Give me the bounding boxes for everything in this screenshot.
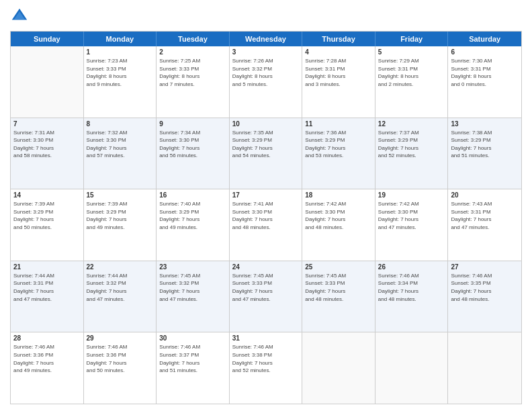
day-number: 15 [87, 191, 154, 199]
cal-cell-r4-c6 [448, 332, 521, 404]
calendar: SundayMondayTuesdayWednesdayThursdayFrid… [10, 31, 522, 404]
weekday-header-thursday: Thursday [302, 32, 375, 46]
day-number: 10 [232, 120, 300, 128]
cell-info: Sunrise: 7:42 AMSunset: 3:30 PMDaylight:… [305, 200, 372, 231]
calendar-row-4: 28Sunrise: 7:46 AMSunset: 3:36 PMDayligh… [11, 332, 521, 404]
cell-info: Sunrise: 7:26 AMSunset: 3:32 PMDaylight:… [232, 57, 300, 88]
cal-cell-r2-c6: 20Sunrise: 7:43 AMSunset: 3:31 PMDayligh… [448, 189, 521, 261]
cal-cell-r0-c1: 1Sunrise: 7:23 AMSunset: 3:33 PMDaylight… [84, 46, 157, 118]
day-number: 14 [13, 191, 81, 199]
weekday-header-saturday: Saturday [448, 32, 521, 46]
cal-cell-r1-c3: 10Sunrise: 7:35 AMSunset: 3:29 PMDayligh… [230, 118, 303, 189]
day-number: 18 [305, 191, 372, 199]
weekday-header-tuesday: Tuesday [157, 32, 230, 46]
cal-cell-r1-c5: 12Sunrise: 7:37 AMSunset: 3:29 PMDayligh… [375, 118, 449, 189]
day-number: 24 [232, 263, 300, 271]
day-number: 16 [159, 191, 226, 199]
cell-info: Sunrise: 7:45 AMSunset: 3:33 PMDaylight:… [305, 272, 372, 303]
cell-info: Sunrise: 7:44 AMSunset: 3:32 PMDaylight:… [87, 272, 154, 303]
day-number: 25 [305, 263, 372, 271]
cell-info: Sunrise: 7:29 AMSunset: 3:31 PMDaylight:… [378, 57, 445, 88]
cal-cell-r3-c3: 24Sunrise: 7:45 AMSunset: 3:33 PMDayligh… [230, 261, 303, 332]
cell-info: Sunrise: 7:36 AMSunset: 3:29 PMDaylight:… [305, 129, 372, 160]
calendar-row-1: 7Sunrise: 7:31 AMSunset: 3:30 PMDaylight… [11, 118, 521, 190]
day-number: 5 [378, 48, 445, 56]
cal-cell-r2-c5: 19Sunrise: 7:42 AMSunset: 3:30 PMDayligh… [375, 189, 449, 261]
calendar-row-2: 14Sunrise: 7:39 AMSunset: 3:29 PMDayligh… [11, 189, 521, 261]
page: SundayMondayTuesdayWednesdayThursdayFrid… [0, 0, 532, 411]
cell-info: Sunrise: 7:39 AMSunset: 3:29 PMDaylight:… [13, 200, 81, 231]
cal-cell-r4-c0: 28Sunrise: 7:46 AMSunset: 3:36 PMDayligh… [11, 332, 84, 404]
weekday-header-sunday: Sunday [11, 32, 84, 46]
cal-cell-r4-c3: 31Sunrise: 7:46 AMSunset: 3:38 PMDayligh… [230, 332, 303, 404]
cal-cell-r3-c4: 25Sunrise: 7:45 AMSunset: 3:33 PMDayligh… [302, 261, 375, 332]
cal-cell-r2-c0: 14Sunrise: 7:39 AMSunset: 3:29 PMDayligh… [11, 189, 84, 261]
cell-info: Sunrise: 7:42 AMSunset: 3:30 PMDaylight:… [378, 200, 445, 231]
cal-cell-r3-c2: 23Sunrise: 7:45 AMSunset: 3:32 PMDayligh… [157, 261, 230, 332]
cell-info: Sunrise: 7:46 AMSunset: 3:34 PMDaylight:… [378, 272, 445, 303]
logo [10, 7, 32, 26]
cell-info: Sunrise: 7:40 AMSunset: 3:29 PMDaylight:… [159, 200, 226, 231]
day-number: 29 [87, 334, 154, 342]
cell-info: Sunrise: 7:23 AMSunset: 3:33 PMDaylight:… [87, 57, 154, 88]
cell-info: Sunrise: 7:46 AMSunset: 3:36 PMDaylight:… [13, 343, 81, 374]
day-number: 31 [232, 334, 300, 342]
calendar-row-3: 21Sunrise: 7:44 AMSunset: 3:31 PMDayligh… [11, 261, 521, 333]
day-number: 1 [87, 48, 154, 56]
day-number: 7 [13, 120, 81, 128]
day-number: 21 [13, 263, 81, 271]
day-number: 19 [378, 191, 445, 199]
day-number: 13 [451, 120, 519, 128]
cal-cell-r2-c3: 17Sunrise: 7:41 AMSunset: 3:30 PMDayligh… [230, 189, 303, 261]
cal-cell-r2-c2: 16Sunrise: 7:40 AMSunset: 3:29 PMDayligh… [157, 189, 230, 261]
cal-cell-r2-c1: 15Sunrise: 7:39 AMSunset: 3:29 PMDayligh… [84, 189, 157, 261]
cal-cell-r4-c4 [302, 332, 375, 404]
calendar-row-0: 1Sunrise: 7:23 AMSunset: 3:33 PMDaylight… [11, 46, 521, 118]
cal-cell-r3-c1: 22Sunrise: 7:44 AMSunset: 3:32 PMDayligh… [84, 261, 157, 332]
cell-info: Sunrise: 7:34 AMSunset: 3:30 PMDaylight:… [159, 129, 226, 160]
cell-info: Sunrise: 7:39 AMSunset: 3:29 PMDaylight:… [87, 200, 154, 231]
cell-info: Sunrise: 7:44 AMSunset: 3:31 PMDaylight:… [13, 272, 81, 303]
cal-cell-r4-c5 [375, 332, 449, 404]
header [10, 7, 522, 26]
cell-info: Sunrise: 7:30 AMSunset: 3:31 PMDaylight:… [451, 57, 519, 88]
calendar-header: SundayMondayTuesdayWednesdayThursdayFrid… [11, 32, 521, 46]
day-number: 2 [159, 48, 226, 56]
cell-info: Sunrise: 7:37 AMSunset: 3:29 PMDaylight:… [378, 129, 445, 160]
cell-info: Sunrise: 7:28 AMSunset: 3:31 PMDaylight:… [305, 57, 372, 88]
day-number: 28 [13, 334, 81, 342]
day-number: 20 [451, 191, 519, 199]
cell-info: Sunrise: 7:25 AMSunset: 3:33 PMDaylight:… [159, 57, 226, 88]
cal-cell-r1-c2: 9Sunrise: 7:34 AMSunset: 3:30 PMDaylight… [157, 118, 230, 189]
cell-info: Sunrise: 7:45 AMSunset: 3:32 PMDaylight:… [159, 272, 226, 303]
logo-icon [10, 7, 29, 26]
day-number: 12 [378, 120, 445, 128]
cell-info: Sunrise: 7:46 AMSunset: 3:37 PMDaylight:… [159, 343, 226, 374]
cal-cell-r3-c0: 21Sunrise: 7:44 AMSunset: 3:31 PMDayligh… [11, 261, 84, 332]
cal-cell-r1-c4: 11Sunrise: 7:36 AMSunset: 3:29 PMDayligh… [302, 118, 375, 189]
cal-cell-r0-c3: 3Sunrise: 7:26 AMSunset: 3:32 PMDaylight… [230, 46, 303, 118]
calendar-body: 1Sunrise: 7:23 AMSunset: 3:33 PMDaylight… [11, 46, 521, 404]
weekday-header-wednesday: Wednesday [230, 32, 303, 46]
day-number: 23 [159, 263, 226, 271]
cal-cell-r1-c6: 13Sunrise: 7:38 AMSunset: 3:29 PMDayligh… [448, 118, 521, 189]
cal-cell-r0-c0 [11, 46, 84, 118]
day-number: 17 [232, 191, 300, 199]
cell-info: Sunrise: 7:46 AMSunset: 3:36 PMDaylight:… [87, 343, 154, 374]
day-number: 9 [159, 120, 226, 128]
cal-cell-r3-c5: 26Sunrise: 7:46 AMSunset: 3:34 PMDayligh… [375, 261, 449, 332]
day-number: 30 [159, 334, 226, 342]
cell-info: Sunrise: 7:46 AMSunset: 3:35 PMDaylight:… [451, 272, 519, 303]
cell-info: Sunrise: 7:38 AMSunset: 3:29 PMDaylight:… [451, 129, 519, 160]
cal-cell-r0-c5: 5Sunrise: 7:29 AMSunset: 3:31 PMDaylight… [375, 46, 449, 118]
day-number: 4 [305, 48, 372, 56]
day-number: 22 [87, 263, 154, 271]
weekday-header-friday: Friday [375, 32, 449, 46]
cal-cell-r4-c1: 29Sunrise: 7:46 AMSunset: 3:36 PMDayligh… [84, 332, 157, 404]
day-number: 8 [87, 120, 154, 128]
weekday-header-monday: Monday [84, 32, 157, 46]
cell-info: Sunrise: 7:32 AMSunset: 3:30 PMDaylight:… [87, 129, 154, 160]
cal-cell-r0-c6: 6Sunrise: 7:30 AMSunset: 3:31 PMDaylight… [448, 46, 521, 118]
day-number: 11 [305, 120, 372, 128]
cell-info: Sunrise: 7:45 AMSunset: 3:33 PMDaylight:… [232, 272, 300, 303]
